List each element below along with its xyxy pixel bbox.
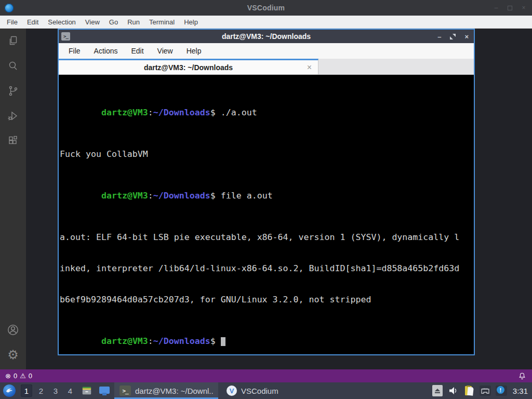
- problems-indicator[interactable]: ⊗ 0 ⚠ 0: [5, 372, 32, 380]
- terminal-window: >_ dartz@VM3: ~/Downloads – × File Actio…: [58, 29, 475, 355]
- notifier-exclamation: !: [497, 386, 504, 394]
- command-text: file a.out: [221, 191, 273, 201]
- run-debug-icon[interactable]: [0, 103, 26, 128]
- vscodium-minimize-button[interactable]: –: [493, 4, 499, 11]
- desktop-places-icon[interactable]: [98, 384, 111, 397]
- update-notifier-icon[interactable]: !: [496, 385, 507, 396]
- tab-close-icon[interactable]: ×: [307, 63, 312, 72]
- taskbar-button-terminal[interactable]: >_ dartz@VM3: ~/Downl...: [114, 382, 218, 399]
- vscodium-activity-bar: ⚙: [0, 29, 26, 369]
- error-icon: ⊗: [5, 372, 11, 380]
- prompt-user: dartz@VM3: [101, 336, 148, 346]
- explorer-icon[interactable]: [0, 29, 26, 54]
- terminal-screen[interactable]: dartz@VM3:~/Downloads$ ./a.out Fuck you …: [59, 75, 474, 354]
- network-icon[interactable]: [480, 385, 491, 396]
- workspace-2[interactable]: 2: [35, 384, 47, 397]
- terminal-menu-help[interactable]: Help: [180, 47, 208, 55]
- menu-view[interactable]: View: [81, 18, 104, 26]
- workspace-3[interactable]: 3: [50, 384, 61, 397]
- prompt-user: dartz@VM3: [101, 191, 148, 201]
- source-control-icon[interactable]: [0, 78, 26, 103]
- extensions-icon[interactable]: [0, 128, 26, 153]
- vscodium-task-label: VSCodium: [241, 387, 278, 395]
- terminal-titlebar[interactable]: >_ dartz@VM3: ~/Downloads – ×: [59, 30, 474, 43]
- terminal-close-button[interactable]: ×: [464, 33, 469, 41]
- terminal-restore-button[interactable]: [450, 34, 456, 39]
- prompt-user: dartz@VM3: [101, 108, 148, 117]
- output-text: b6ef9b9289464d0a57cb207d3, for GNU/Linux…: [60, 295, 371, 304]
- vscodium-maximize-button[interactable]: [508, 6, 512, 10]
- terminal-line: inked, interpreter /lib64/ld-linux-x86-6…: [60, 263, 473, 274]
- warning-icon: ⚠: [20, 372, 26, 380]
- terminal-line: dartz@VM3:~/Downloads$ ./a.out: [60, 97, 473, 128]
- command-text: ./a.out: [221, 108, 257, 117]
- output-text: a.out: ELF 64-bit LSB pie executable, x8…: [60, 232, 459, 242]
- notifications-bell-icon[interactable]: [518, 372, 526, 380]
- terminal-menu-file[interactable]: File: [62, 47, 87, 55]
- vscodium-task-icon: V: [227, 385, 237, 396]
- workspace-4[interactable]: 4: [64, 384, 76, 397]
- terminal-tabbar: dartz@VM3: ~/Downloads ×: [59, 59, 474, 75]
- menu-edit[interactable]: Edit: [22, 18, 43, 26]
- vscodium-menubar: File Edit Selection View Go Run Terminal…: [0, 16, 532, 29]
- vscodium-titlebar: VSCodium – ×: [0, 0, 532, 16]
- terminal-menu-actions[interactable]: Actions: [87, 47, 125, 55]
- clock[interactable]: 3:31: [513, 387, 528, 395]
- terminal-menu-edit[interactable]: Edit: [124, 47, 150, 55]
- clipboard-icon[interactable]: [463, 384, 475, 397]
- warning-count: 0: [29, 372, 32, 380]
- file-manager-icon[interactable]: [80, 384, 94, 397]
- terminal-task-label: dartz@VM3: ~/Downl...: [135, 387, 213, 395]
- app-menu-bird-icon[interactable]: [3, 384, 16, 397]
- output-text: Fuck you CollabVM: [60, 149, 148, 159]
- workspace-switcher: 1 2 3 4: [21, 384, 76, 397]
- terminal-minimize-button[interactable]: –: [437, 33, 441, 41]
- menu-terminal[interactable]: Terminal: [144, 18, 179, 26]
- prompt-path: ~/Downloads: [153, 191, 210, 201]
- vscodium-window-title: VSCodium: [0, 4, 532, 12]
- terminal-line: a.out: ELF 64-bit LSB pie executable, x8…: [60, 232, 473, 243]
- system-tray: ! 3:31: [432, 384, 528, 397]
- terminal-tab[interactable]: dartz@VM3: ~/Downloads ×: [59, 59, 318, 74]
- menu-selection[interactable]: Selection: [43, 18, 80, 26]
- menu-go[interactable]: Go: [104, 18, 123, 26]
- terminal-line: dartz@VM3:~/Downloads$: [60, 326, 473, 354]
- taskbar-button-vscodium[interactable]: V VSCodium: [221, 382, 284, 399]
- settings-gear-icon[interactable]: ⚙: [0, 342, 26, 367]
- menu-run[interactable]: Run: [123, 18, 144, 26]
- eject-icon[interactable]: [432, 385, 443, 396]
- terminal-tab-label: dartz@VM3: ~/Downloads: [144, 63, 233, 72]
- terminal-menu-view[interactable]: View: [151, 47, 180, 55]
- terminal-line: Fuck you CollabVM: [60, 149, 473, 159]
- volume-icon[interactable]: [447, 384, 459, 397]
- desktop: VSCodium – × File Edit Selection View Go…: [0, 0, 532, 399]
- output-text: inked, interpreter /lib64/ld-linux-x86-6…: [60, 263, 459, 273]
- vscodium-close-button[interactable]: ×: [521, 4, 527, 11]
- vscodium-statusbar: ⊗ 0 ⚠ 0: [0, 369, 532, 382]
- search-icon[interactable]: [0, 54, 26, 78]
- taskbar: 1 2 3 4 >_ dartz@VM3: ~/Downl... V: [0, 382, 532, 399]
- terminal-task-icon: >_: [119, 385, 131, 396]
- prompt-path: ~/Downloads: [153, 336, 210, 346]
- account-icon[interactable]: [0, 317, 26, 342]
- error-count: 0: [14, 372, 17, 380]
- workspace-1[interactable]: 1: [21, 384, 32, 397]
- terminal-cursor: [221, 337, 225, 346]
- terminal-line: b6ef9b9289464d0a57cb207d3, for GNU/Linux…: [60, 295, 473, 305]
- terminal-window-title: dartz@VM3: ~/Downloads: [59, 32, 474, 41]
- menu-file[interactable]: File: [2, 18, 22, 26]
- terminal-line: dartz@VM3:~/Downloads$ file a.out: [60, 180, 473, 211]
- menu-help[interactable]: Help: [179, 18, 203, 26]
- terminal-menubar: File Actions Edit View Help: [59, 43, 474, 59]
- prompt-path: ~/Downloads: [153, 108, 210, 117]
